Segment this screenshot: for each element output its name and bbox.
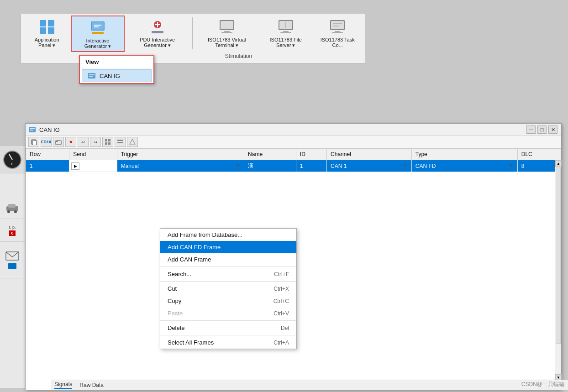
svg-rect-7 bbox=[40, 27, 46, 34]
toolbar-view3[interactable] bbox=[127, 137, 138, 147]
svg-rect-44 bbox=[105, 142, 107, 145]
context-select-all-label: Select All Frames bbox=[168, 339, 214, 346]
context-select-all[interactable]: Select All Frames Ctrl+A bbox=[160, 336, 296, 349]
open-toolbar-icon bbox=[55, 139, 62, 145]
svg-rect-25 bbox=[280, 32, 291, 33]
col-send: Send bbox=[69, 149, 117, 160]
left-panel-item[interactable]: 0 bbox=[0, 146, 25, 173]
left-panel-item-2[interactable] bbox=[0, 173, 25, 196]
left-panel-item-5[interactable] bbox=[0, 242, 25, 278]
context-search[interactable]: Search... Ctrl+F bbox=[160, 268, 296, 280]
context-cut-label: Cut bbox=[168, 285, 177, 292]
context-add-frame-db[interactable]: Add Frame from Database... bbox=[160, 229, 296, 241]
context-paste-shortcut: Ctrl+V bbox=[273, 310, 289, 317]
app-panel-button[interactable]: Application Panel ▾ bbox=[25, 16, 69, 50]
bottom-tab-bar: Signals Raw Data bbox=[51, 380, 568, 390]
context-add-can-label: Add CAN Frame bbox=[168, 256, 211, 263]
context-select-all-shortcut: Ctrl+A bbox=[273, 340, 289, 346]
col-dlc: DLC bbox=[517, 149, 561, 160]
context-sep-3 bbox=[160, 320, 296, 321]
cell-type[interactable]: CAN FD ▼ bbox=[411, 160, 517, 172]
svg-rect-21 bbox=[221, 32, 232, 33]
gauge-icon: 0 bbox=[3, 151, 21, 169]
ig-icon-box bbox=[89, 18, 107, 37]
can-ig-menu-item[interactable]: CAN IG bbox=[82, 69, 152, 82]
can-ig-titlebar: CAN IG ─ □ ✕ bbox=[26, 124, 561, 136]
table-row[interactable]: 1 ▶ Manual ▼ 漢 1 CAN 1 ▼ CAN FD bbox=[26, 160, 561, 172]
context-search-label: Search... bbox=[168, 271, 191, 277]
close-button[interactable]: ✕ bbox=[548, 125, 557, 134]
left-panel-item-4[interactable]: r. p. 0 bbox=[0, 219, 25, 242]
dlc-value: 8 bbox=[521, 163, 525, 169]
svg-rect-45 bbox=[108, 142, 110, 145]
context-cut[interactable]: Cut Ctrl+X bbox=[160, 282, 296, 295]
app-panel-label: Application Panel ▾ bbox=[28, 37, 65, 48]
svg-rect-36 bbox=[29, 127, 36, 132]
left-panel-item-3[interactable] bbox=[0, 196, 25, 219]
iso-task-button[interactable]: ISO11783 Task Co... bbox=[314, 16, 361, 50]
pdu-ig-label: PDU Interactive Generator ▾ bbox=[130, 37, 185, 48]
context-add-can-fd-label: Add CAN FD Frame bbox=[168, 244, 221, 251]
col-type: Type bbox=[411, 149, 517, 160]
context-cut-shortcut: Ctrl+X bbox=[273, 286, 289, 292]
type-dropdown-arrow: ▼ bbox=[509, 163, 514, 168]
table-header: Row Send Trigger Name ID Channel Type DL… bbox=[26, 149, 561, 160]
can-ig-icon bbox=[88, 73, 96, 79]
col-channel: Channel bbox=[327, 149, 412, 160]
pdu-icon bbox=[149, 18, 166, 35]
cell-name: 漢 bbox=[244, 160, 296, 172]
toolbar-undo[interactable]: ↩ bbox=[78, 137, 89, 147]
tab-signals[interactable]: Signals bbox=[54, 381, 72, 389]
interactive-generator-button[interactable]: Interactive Generator ▾ bbox=[71, 16, 124, 52]
interactive-generator-dropdown: View CAN IG bbox=[79, 55, 154, 84]
context-sep-4 bbox=[160, 335, 296, 335]
svg-rect-17 bbox=[152, 31, 163, 33]
context-add-frame-db-label: Add Frame from Database... bbox=[168, 231, 242, 238]
context-paste: Paste Ctrl+V bbox=[160, 307, 296, 319]
send-button[interactable]: ▶ bbox=[71, 162, 79, 170]
restore-button[interactable]: □ bbox=[537, 125, 547, 134]
svg-rect-30 bbox=[332, 32, 343, 33]
svg-rect-5 bbox=[40, 20, 46, 26]
iso-terminal-label: ISO11783 Virtual Terminal ▾ bbox=[200, 37, 254, 48]
cell-trigger[interactable]: Manual ▼ bbox=[117, 160, 244, 172]
server-icon-box bbox=[277, 17, 295, 36]
context-copy[interactable]: Copy Ctrl+C bbox=[160, 295, 296, 307]
svg-point-3 bbox=[14, 210, 17, 213]
toolbar-view2[interactable] bbox=[115, 137, 126, 147]
envelope-icon bbox=[5, 251, 19, 261]
toolbar-view1[interactable] bbox=[102, 137, 113, 147]
context-delete[interactable]: Delete Del bbox=[160, 322, 296, 334]
can-ig-label: CAN IG bbox=[100, 73, 120, 79]
scroll-up-button[interactable]: ▲ bbox=[555, 160, 562, 167]
left-panel: 0 r. p. 0 bbox=[0, 146, 25, 388]
svg-point-2 bbox=[7, 210, 10, 213]
iso-terminal-button[interactable]: ISO11783 Virtual Terminal ▾ bbox=[196, 16, 258, 50]
svg-rect-33 bbox=[88, 73, 95, 78]
type-value: CAN FD bbox=[415, 163, 436, 169]
channel-dropdown-arrow: ▼ bbox=[403, 163, 408, 168]
cell-channel[interactable]: CAN 1 ▼ bbox=[327, 160, 412, 172]
iso-fileserver-label: ISO11783 File Server ▾ bbox=[263, 37, 308, 48]
toolbar-copy[interactable] bbox=[28, 137, 39, 147]
toolbar-open[interactable] bbox=[53, 137, 64, 147]
toolbar-fd[interactable]: FD10 bbox=[41, 137, 52, 147]
can-ig-menu-icon bbox=[88, 72, 97, 79]
svg-rect-28 bbox=[331, 21, 344, 29]
cell-send[interactable]: ▶ bbox=[69, 160, 117, 172]
vertical-scrollbar[interactable]: ▲ ▼ bbox=[555, 160, 561, 381]
cell-id: 1 bbox=[296, 160, 326, 172]
svg-rect-8 bbox=[48, 27, 54, 34]
tab-raw-data[interactable]: Raw Data bbox=[79, 382, 104, 388]
toolbar-delete[interactable]: ✕ bbox=[65, 137, 76, 147]
pdu-ig-button[interactable]: PDU Interactive Generator ▾ bbox=[126, 16, 189, 50]
svg-rect-1 bbox=[8, 204, 16, 208]
context-add-can[interactable]: Add CAN Frame bbox=[160, 253, 296, 266]
watermark: CSDN@一只蝙蝠 bbox=[521, 381, 564, 388]
svg-rect-13 bbox=[92, 32, 104, 34]
context-add-can-fd[interactable]: Add CAN FD Frame bbox=[160, 241, 296, 253]
col-trigger: Trigger bbox=[117, 149, 244, 160]
iso-fileserver-button[interactable]: ISO11783 File Server ▾ bbox=[259, 16, 312, 50]
toolbar-redo[interactable]: ↪ bbox=[90, 137, 101, 147]
minimize-button[interactable]: ─ bbox=[526, 125, 536, 134]
